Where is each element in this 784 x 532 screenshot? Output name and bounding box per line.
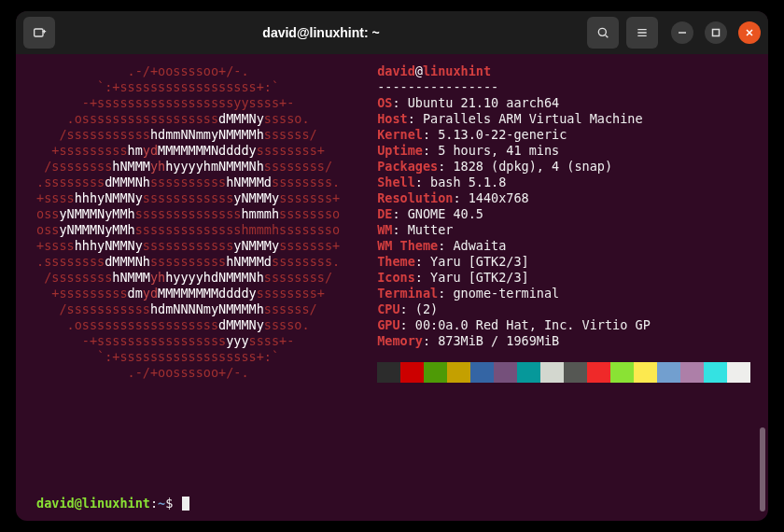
color-swatch (540, 362, 564, 383)
color-swatch (447, 362, 470, 383)
color-swatch (400, 362, 424, 383)
svg-point-1 (598, 28, 606, 35)
new-tab-button[interactable] (23, 17, 55, 49)
scrollbar[interactable] (760, 427, 765, 511)
prompt-path: ~ (158, 496, 165, 511)
color-swatch (610, 362, 634, 383)
color-swatch (494, 362, 517, 383)
color-swatches (377, 362, 750, 383)
color-swatch (727, 362, 750, 383)
color-swatch (634, 362, 657, 383)
color-swatch (657, 362, 680, 383)
close-button[interactable] (738, 21, 761, 44)
color-swatch (564, 362, 587, 383)
terminal-body[interactable]: .-/+oossssoo+/-. `:+ssssssssssssssssss+:… (16, 54, 768, 521)
color-swatch (704, 362, 727, 383)
neofetch-logo: .-/+oossssoo+/-. `:+ssssssssssssssssss+:… (36, 63, 340, 511)
minimize-button[interactable] (671, 21, 693, 44)
prompt-userhost: david@linuxhint (36, 496, 150, 511)
titlebar: david@linuxhint: ~ (16, 11, 768, 54)
neofetch-info: david@linuxhint ---------------- OS: Ubu… (340, 63, 750, 511)
color-swatch (517, 362, 540, 383)
color-swatch (377, 362, 400, 383)
terminal-window: david@linuxhint: ~ .-/+oossssoo+/-. `:+s… (16, 11, 768, 521)
color-swatch (424, 362, 447, 383)
color-swatch (470, 362, 494, 383)
search-button[interactable] (587, 17, 619, 49)
window-controls (671, 21, 761, 44)
shell-prompt[interactable]: david@linuxhint:~$ (16, 496, 189, 511)
window-title: david@linuxhint: ~ (63, 25, 580, 40)
cursor-icon (182, 497, 189, 511)
menu-button[interactable] (626, 17, 658, 49)
svg-rect-2 (713, 30, 720, 36)
maximize-button[interactable] (705, 21, 727, 44)
prompt-symbol: $ (165, 496, 180, 511)
prompt-colon: : (150, 496, 158, 511)
color-swatch (680, 362, 704, 383)
svg-rect-0 (35, 29, 43, 36)
color-swatch (587, 362, 610, 383)
